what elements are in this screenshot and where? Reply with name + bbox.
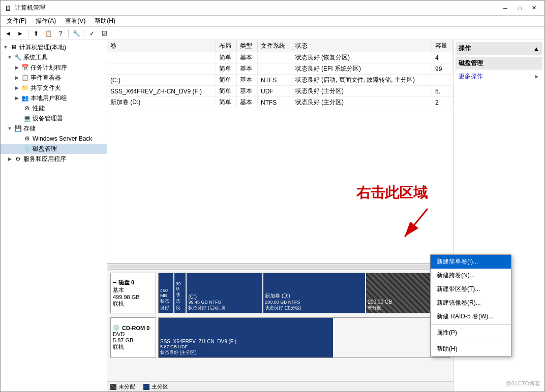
check2-button[interactable]: ☑ bbox=[99, 28, 110, 39]
icon-system: 🔧 bbox=[14, 53, 22, 61]
table-cell-type: 基本 bbox=[236, 75, 257, 86]
icon-event: 📋 bbox=[21, 74, 29, 82]
ctx-new-raid[interactable]: 新建 RAID-5 卷(W)... bbox=[431, 310, 511, 323]
window-icon: 🖥 bbox=[5, 4, 12, 12]
check-button[interactable]: ✓ bbox=[86, 28, 98, 39]
table-cell-fs bbox=[258, 63, 292, 75]
icon-local: 👥 bbox=[21, 94, 29, 102]
back-button[interactable]: ◄ bbox=[3, 28, 14, 39]
sidebar-item-storage[interactable]: ▼ 💾 存储 bbox=[1, 123, 107, 134]
context-menu: 新建简单卷(I)... 新建跨卷(N)... 新建带区卷(T)... 新建镜像卷… bbox=[430, 254, 511, 356]
sidebar-item-task-scheduler[interactable]: ▶ 📅 任务计划程序 bbox=[1, 62, 107, 73]
close-button[interactable]: ✕ bbox=[527, 3, 540, 13]
sidebar-item-win-server[interactable]: ▶ ⚙ Windows Server Back bbox=[1, 134, 107, 144]
toggle-system[interactable]: ▼ bbox=[6, 53, 14, 61]
cdrom0-info: 💿 CD-ROM 0 DVD 5.87 GB 联机 bbox=[110, 317, 156, 358]
toggle-shared[interactable]: ▶ bbox=[13, 84, 21, 92]
table-row[interactable]: 新加卷 (D:)简单基本NTFS状态良好 (主分区)2 bbox=[107, 97, 453, 108]
title-bar: 🖥 计算机管理 ─ □ ✕ bbox=[1, 1, 544, 16]
sidebar-item-event-viewer[interactable]: ▶ 📋 事件查看器 bbox=[1, 73, 107, 83]
ctx-new-simple[interactable]: 新建简单卷(I)... bbox=[431, 255, 511, 269]
sidebar-item-system-tools[interactable]: ▼ 🔧 系统工具 bbox=[1, 52, 107, 62]
sidebar-item-shared-folders[interactable]: ▶ 📁 共享文件夹 bbox=[1, 83, 107, 93]
h-scrollbar[interactable] bbox=[107, 264, 453, 270]
menu-action[interactable]: 操作(A) bbox=[32, 16, 60, 26]
action-more[interactable]: 更多操作 ► bbox=[456, 71, 542, 82]
table-cell-vol bbox=[107, 52, 216, 63]
table-cell-cap: 99 bbox=[432, 63, 452, 75]
table-cell-cap: 5. bbox=[432, 86, 452, 97]
label-dev: 设备管理器 bbox=[33, 114, 63, 123]
menu-help[interactable]: 帮助(H) bbox=[90, 16, 119, 26]
table-cell-status: 状态良好 (主分区) bbox=[292, 97, 432, 108]
table-cell-status: 状态良好 (EFI 系统分区) bbox=[292, 63, 432, 75]
cdrom0-part1[interactable]: SSS_X64FREV_ZH-CN_DV9 (F:) 5.87 GB UDF 状… bbox=[159, 318, 333, 357]
disk0-part1[interactable]: 450 MB 状态良好 bbox=[159, 273, 173, 313]
col-vol[interactable]: 卷 bbox=[107, 40, 216, 52]
scrollbar-track[interactable] bbox=[108, 265, 452, 269]
menu-view[interactable]: 查看(V) bbox=[61, 16, 89, 26]
sidebar-item-root[interactable]: ▼ 🖥 计算机管理(本地) bbox=[1, 42, 107, 52]
ctx-new-stripe[interactable]: 新建带区卷(T)... bbox=[431, 282, 511, 296]
sidebar-item-local-users[interactable]: ▶ 👥 本地用户和组 bbox=[1, 93, 107, 103]
help-button[interactable]: ? bbox=[55, 28, 66, 39]
table-cell-type: 基本 bbox=[236, 63, 257, 75]
table-cell-layout: 简单 bbox=[216, 52, 236, 63]
toggle-root[interactable]: ▼ bbox=[2, 43, 10, 51]
legend-box-unalloc bbox=[110, 384, 116, 390]
label-local: 本地用户和组 bbox=[31, 94, 67, 103]
sidebar-item-disk-mgmt[interactable]: ▶ 💿 磁盘管理 bbox=[1, 144, 107, 154]
table-cell-fs: NTFS bbox=[258, 75, 292, 86]
toggle-task[interactable]: ▶ bbox=[13, 63, 21, 72]
col-cap[interactable]: 容量 bbox=[432, 40, 452, 52]
toggle-event[interactable]: ▶ bbox=[13, 74, 21, 82]
ctx-properties[interactable]: 属性(P) bbox=[431, 326, 511, 340]
cdrom0-size: 5.87 GB bbox=[113, 337, 154, 343]
legend-box-primary bbox=[143, 384, 149, 390]
table-cell-vol: SSS_X64FREV_ZH-CN_DV9 (F:) bbox=[107, 86, 216, 97]
table-cell-type: 基本 bbox=[236, 52, 257, 63]
disk0-part2[interactable]: 99 M 状态良 bbox=[174, 273, 186, 313]
minimize-button[interactable]: ─ bbox=[499, 3, 512, 13]
label-perf: 性能 bbox=[33, 104, 45, 113]
col-type[interactable]: 类型 bbox=[236, 40, 257, 52]
show-hide-button[interactable]: 📋 bbox=[43, 28, 54, 39]
table-row[interactable]: (C:)简单基本NTFS状态良好 (启动, 页面文件, 故障转储, 主分区) bbox=[107, 75, 453, 86]
col-layout[interactable]: 布局 bbox=[216, 40, 236, 52]
table-row[interactable]: 简单基本状态良好 (恢复分区)4 bbox=[107, 52, 453, 63]
cdrom0-row: 💿 CD-ROM 0 DVD 5.87 GB 联机 SSS_X64FREV_ZH… bbox=[110, 317, 450, 358]
sidebar-item-device-manager[interactable]: ▶ 💻 设备管理器 bbox=[1, 113, 107, 123]
disk0-status: 联机 bbox=[113, 300, 154, 308]
col-status[interactable]: 状态 bbox=[292, 40, 432, 52]
legend-label-primary: 主分区 bbox=[152, 383, 168, 390]
toggle-storage[interactable]: ▼ bbox=[6, 124, 14, 133]
forward-button[interactable]: ► bbox=[15, 28, 26, 39]
disk0-part3[interactable]: (C:) 99.45 GB NTFS 状态良好 (启动, 页 bbox=[187, 273, 262, 313]
ctx-help[interactable]: 帮助(H) bbox=[431, 342, 511, 356]
disk0-part4[interactable]: 新加卷 (D:) 200.00 GB NTFS 状态良好 (主分区) bbox=[263, 273, 365, 313]
icon-storage: 💾 bbox=[14, 124, 22, 133]
menu-file[interactable]: 文件(F) bbox=[3, 16, 31, 26]
sidebar-item-services[interactable]: ▶ ⚙ 服务和应用程序 bbox=[1, 154, 107, 164]
toolbar-sep2 bbox=[68, 29, 69, 38]
col-fs[interactable]: 文件系统 bbox=[258, 40, 292, 52]
disk0-type: 基本 bbox=[113, 286, 154, 294]
toggle-services[interactable]: ▶ bbox=[6, 155, 14, 163]
disk0-info: ━ 磁盘 0 基本 499.98 GB 联机 bbox=[110, 273, 156, 313]
toggle-local[interactable]: ▶ bbox=[13, 94, 21, 102]
table-cell-status: 状态良好 (恢复分区) bbox=[292, 52, 432, 63]
ctx-new-mirror[interactable]: 新建镜像卷(R)... bbox=[431, 296, 511, 310]
ctx-new-span[interactable]: 新建跨卷(N)... bbox=[431, 269, 511, 282]
properties-button[interactable]: 🔧 bbox=[71, 28, 82, 39]
disk0-icon: ━ bbox=[113, 279, 116, 286]
sidebar-item-performance[interactable]: ▶ ⊘ 性能 bbox=[1, 103, 107, 113]
toolbar-sep1 bbox=[28, 29, 28, 38]
collapse-icon[interactable]: ▲ bbox=[533, 45, 539, 52]
toolbar-sep3 bbox=[84, 29, 84, 38]
table-row[interactable]: SSS_X64FREV_ZH-CN_DV9 (F:)简单基本UDF状态良好 (主… bbox=[107, 86, 453, 97]
maximize-button[interactable]: □ bbox=[513, 3, 526, 13]
disk0-size: 499.98 GB bbox=[113, 294, 154, 300]
ctx-sep1 bbox=[431, 324, 511, 325]
up-button[interactable]: ⬆ bbox=[31, 28, 42, 39]
table-row[interactable]: 简单基本状态良好 (EFI 系统分区)99 bbox=[107, 63, 453, 75]
